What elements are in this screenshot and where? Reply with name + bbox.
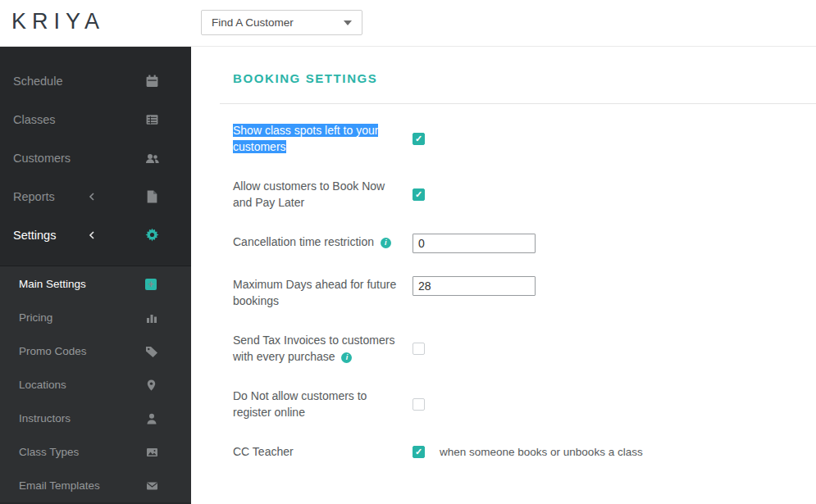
setting-row-no-register: Do Not allow customers to register onlin… [233, 388, 816, 420]
sidebar-item-label: Schedule [13, 75, 62, 88]
setting-row-show-spots: Show class spots left to your customers [233, 122, 816, 155]
setting-row-pay-later: Allow customers to Book Now and Pay Late… [233, 178, 816, 211]
cc-teacher-suffix: when someone books or unbooks a class [440, 446, 643, 458]
sidebar-item-pricing[interactable]: Pricing [0, 301, 191, 334]
setting-label: Allow customers to Book Now and Pay Late… [233, 178, 401, 211]
tag-icon [145, 345, 158, 358]
sub-item-label: Class Types [19, 446, 79, 458]
booking-settings-form: Show class spots left to your customers … [233, 122, 816, 460]
calendar-icon [145, 74, 159, 88]
sidebar-item-instructors[interactable]: Instructors [0, 402, 191, 435]
sub-item-label: Locations [19, 379, 66, 391]
info-icon[interactable] [381, 238, 391, 248]
setting-label: Show class spots left to your customers [233, 122, 401, 155]
show-spots-checkbox[interactable] [413, 133, 425, 145]
top-header: KRIYA Find A Customer [0, 0, 816, 47]
setting-label-text: Cancellation time restriction [233, 235, 374, 248]
cancellation-time-input[interactable] [413, 234, 536, 253]
table-icon [145, 112, 159, 126]
page-title: BOOKING SETTINGS [233, 71, 816, 85]
setting-label: Cancellation time restriction [233, 234, 401, 250]
divider [220, 103, 816, 104]
info-icon[interactable] [341, 352, 352, 363]
pay-later-checkbox[interactable] [413, 188, 425, 201]
sidebar-item-schedule[interactable]: Schedule [0, 61, 191, 100]
setting-row-cc-teacher: CC Teacher when someone books or unbooks… [233, 443, 816, 460]
selected-text: Show class spots left to your customers [233, 124, 378, 153]
setting-label: Send Tax Invoices to customers with ever… [233, 332, 401, 365]
sidebar-item-promo-codes[interactable]: Promo Codes [0, 334, 191, 368]
sidebar-item-class-types[interactable]: Class Types [0, 435, 191, 469]
chevron-down-icon [344, 20, 352, 25]
sub-item-label: Pricing [19, 311, 52, 324]
sub-item-label: Promo Codes [19, 345, 87, 357]
sidebar-item-label: Customers [13, 152, 71, 165]
main-content: BOOKING SETTINGS Show class spots left t… [191, 47, 816, 504]
sidebar-item-locations[interactable]: Locations [0, 368, 191, 402]
setting-label-text: Send Tax Invoices to customers with ever… [233, 334, 394, 363]
sub-item-label: Main Settings [19, 278, 86, 290]
sidebar-item-label: Classes [13, 113, 56, 126]
setting-label: Maximum Days ahead for future bookings [233, 276, 401, 309]
sidebar-item-label: Settings [13, 229, 56, 242]
find-customer-dropdown[interactable]: Find A Customer [201, 10, 362, 35]
find-customer-label: Find A Customer [212, 16, 294, 29]
sidebar-item-customers[interactable]: Customers [0, 138, 191, 177]
person-icon [145, 412, 158, 425]
file-icon [145, 189, 158, 203]
sidebar: Schedule Classes Customers Reports [0, 47, 191, 504]
plus-square-icon [145, 279, 157, 290]
sidebar-item-reports[interactable]: Reports [0, 177, 191, 216]
gear-icon [145, 228, 159, 242]
sub-item-label: Instructors [19, 412, 71, 425]
settings-submenu: Main Settings Pricing Promo Codes Locati… [0, 266, 191, 502]
kriya-logo: KRIYA [11, 9, 105, 34]
max-days-input[interactable] [413, 276, 536, 296]
chevron-left-icon [89, 192, 95, 201]
sidebar-item-settings[interactable]: Settings [0, 216, 191, 254]
setting-row-max-days: Maximum Days ahead for future bookings [233, 276, 816, 309]
setting-label: Do Not allow customers to register onlin… [233, 388, 401, 420]
image-icon [145, 446, 159, 459]
sub-item-label: Email Templates [19, 479, 100, 492]
sidebar-item-email-templates[interactable]: Email Templates [0, 469, 191, 502]
users-icon [145, 151, 160, 165]
sidebar-item-label: Reports [13, 190, 55, 203]
tax-invoices-checkbox[interactable] [413, 343, 425, 355]
chevron-left-icon [89, 230, 95, 239]
map-pin-icon [145, 379, 157, 392]
bar-chart-icon [145, 311, 158, 325]
setting-label: CC Teacher [233, 443, 401, 460]
setting-row-cancellation: Cancellation time restriction [233, 234, 816, 253]
envelope-icon [145, 479, 159, 493]
cc-teacher-checkbox[interactable] [413, 446, 425, 458]
sidebar-item-main-settings[interactable]: Main Settings [0, 267, 191, 301]
sidebar-item-classes[interactable]: Classes [0, 100, 191, 138]
setting-row-tax-invoices: Send Tax Invoices to customers with ever… [233, 332, 816, 365]
no-register-checkbox[interactable] [413, 398, 425, 411]
